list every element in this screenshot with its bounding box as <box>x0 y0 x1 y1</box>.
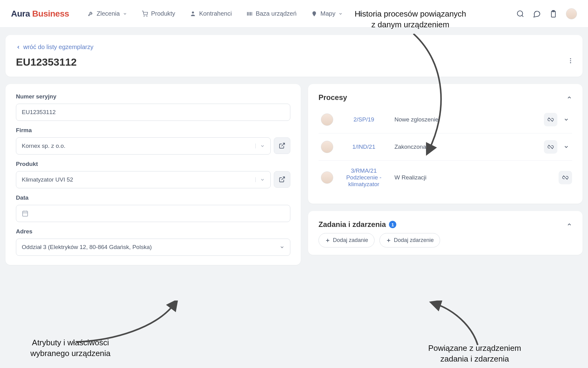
chevron-up-icon[interactable] <box>567 95 572 100</box>
tasks-card: Zadania i zdarzenia 1 Dodaj zadanie Doda… <box>308 211 582 255</box>
chevron-down-icon <box>260 177 265 182</box>
more-vertical-icon <box>357 11 364 17</box>
date-label: Data <box>16 194 290 201</box>
chat-icon[interactable] <box>533 10 541 18</box>
unlink-button[interactable] <box>544 113 557 126</box>
svg-point-2 <box>192 11 194 13</box>
svg-point-0 <box>144 16 145 16</box>
company-select[interactable]: Kornex sp. z o.o. <box>16 137 271 155</box>
avatar <box>321 171 333 184</box>
tasks-badge: 1 <box>389 221 396 228</box>
cart-icon <box>142 11 148 17</box>
nav-more[interactable] <box>357 11 364 17</box>
chevron-up-icon[interactable] <box>567 222 572 227</box>
avatar[interactable] <box>566 8 577 19</box>
process-status: Nowe zgloszenie <box>394 116 538 123</box>
process-status: W Realizacji <box>394 174 552 181</box>
serial-input[interactable]: EU12353112 <box>16 104 290 121</box>
chevron-down-icon <box>123 12 127 16</box>
logo: Aura Business <box>11 9 69 19</box>
chevron-left-icon <box>16 45 21 50</box>
svg-point-4 <box>360 13 361 14</box>
page-title: EU12353112 <box>16 56 572 68</box>
nav-products[interactable]: Produkty <box>142 10 175 17</box>
address-select[interactable]: Oddział 3 (Elektryków 12, 80-864 Gdańsk,… <box>16 239 290 256</box>
topbar: Aura Business Zlecenia Produkty Kontrahe… <box>0 0 588 28</box>
nav-devices[interactable]: Baza urządzeń <box>247 10 296 17</box>
arrow-bottom-left <box>77 301 181 343</box>
product-label: Produkt <box>16 161 290 167</box>
svg-point-5 <box>360 15 361 16</box>
unlink-icon <box>548 117 554 123</box>
barcode-icon <box>247 11 253 17</box>
user-icon <box>190 11 196 17</box>
process-row: 1/IND/21 Zakonczona <box>318 133 572 161</box>
chevron-down-icon[interactable] <box>564 117 569 122</box>
svg-line-12 <box>281 143 285 146</box>
topbar-right <box>516 8 577 19</box>
arrow-bottom-right <box>429 301 490 347</box>
header-menu-button[interactable] <box>567 57 574 64</box>
date-input[interactable] <box>16 205 290 222</box>
company-label: Firma <box>16 127 290 134</box>
search-icon[interactable] <box>516 10 524 18</box>
unlink-icon <box>548 144 554 150</box>
nav: Zlecenia Produkty Kontrahenci Baza urząd… <box>88 10 364 17</box>
serial-label: Numer seryjny <box>16 93 290 100</box>
back-link[interactable]: wróć do listy egzemplarzy <box>16 44 572 51</box>
process-status: Zakonczona <box>394 144 538 150</box>
external-link-icon <box>279 142 285 149</box>
attributes-card: Numer seryjny EU12353112 Firma Kornex sp… <box>6 84 301 265</box>
svg-rect-14 <box>23 211 28 217</box>
pin-icon <box>311 11 317 17</box>
chevron-down-icon <box>280 245 285 250</box>
nav-maps[interactable]: Mapy <box>311 10 343 17</box>
processes-card: Procesy 2/SP/19 Nowe zgloszenie <box>308 84 582 204</box>
plus-icon <box>386 238 391 243</box>
annotation-bottom-right: Powiązane z urządzeniem zadania i zdarze… <box>407 343 542 364</box>
process-link[interactable]: 2/SP/19 <box>339 116 388 123</box>
avatar <box>321 113 333 126</box>
product-select[interactable]: Klimatyzator UVI 52 <box>16 171 271 188</box>
address-label: Adres <box>16 228 290 235</box>
main-layout: Numer seryjny EU12353112 Firma Kornex sp… <box>6 84 582 265</box>
calendar-icon <box>22 210 28 217</box>
tasks-title: Zadania i zdarzenia <box>318 220 386 229</box>
company-open-button[interactable] <box>274 137 290 154</box>
chevron-down-icon <box>338 12 343 16</box>
annotation-bottom-left: Atrybuty i właściwości wybranego urządze… <box>9 337 132 359</box>
wrench-icon <box>88 11 94 17</box>
svg-point-1 <box>147 16 147 16</box>
chevron-down-icon[interactable] <box>564 144 569 150</box>
svg-point-3 <box>360 11 361 12</box>
unlink-button[interactable] <box>559 171 572 184</box>
external-link-icon <box>279 176 285 183</box>
svg-line-13 <box>281 177 285 180</box>
process-link[interactable]: 1/IND/21 <box>339 144 388 150</box>
right-column: Procesy 2/SP/19 Nowe zgloszenie <box>308 84 582 265</box>
process-row: 3/RMA/21 Podzlecenie - klimatyzator W Re… <box>318 161 572 194</box>
unlink-button[interactable] <box>544 140 557 154</box>
svg-point-11 <box>570 62 571 63</box>
svg-point-9 <box>570 58 571 59</box>
svg-point-10 <box>570 60 571 62</box>
process-row: 2/SP/19 Nowe zgloszenie <box>318 106 572 133</box>
product-open-button[interactable] <box>274 171 290 188</box>
clipboard-icon[interactable] <box>549 10 557 18</box>
page-header: wróć do listy egzemplarzy EU12353112 <box>6 35 582 77</box>
avatar <box>321 141 333 153</box>
unlink-icon <box>562 174 568 181</box>
process-list: 2/SP/19 Nowe zgloszenie 1/IND/21 Zakoncz… <box>318 106 572 194</box>
nav-orders[interactable]: Zlecenia <box>88 10 127 17</box>
processes-title: Procesy <box>318 93 347 102</box>
more-vertical-icon <box>567 57 574 64</box>
plus-icon <box>325 238 330 243</box>
chevron-down-icon <box>260 144 265 148</box>
svg-point-6 <box>517 11 522 16</box>
nav-contractors[interactable]: Kontrahenci <box>190 10 232 17</box>
add-task-button[interactable]: Dodaj zadanie <box>318 233 375 247</box>
process-link[interactable]: 3/RMA/21 Podzlecenie - klimatyzator <box>339 167 388 188</box>
add-event-button[interactable]: Dodaj zdarzenie <box>379 233 440 247</box>
